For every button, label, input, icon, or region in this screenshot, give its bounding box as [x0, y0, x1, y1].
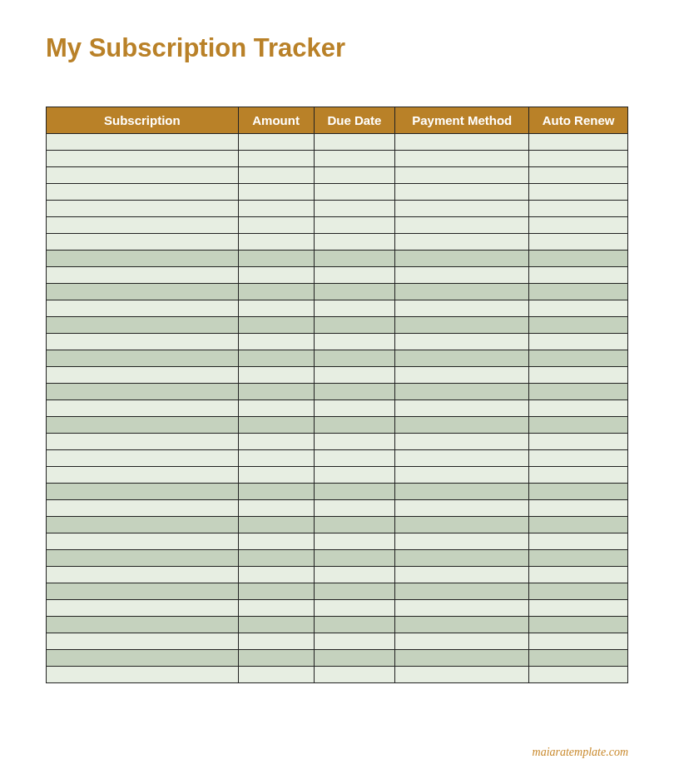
table-cell[interactable] — [529, 550, 628, 567]
table-cell[interactable] — [529, 284, 628, 300]
table-cell[interactable] — [314, 567, 395, 583]
table-cell[interactable] — [395, 434, 529, 450]
table-cell[interactable] — [529, 484, 628, 500]
table-cell[interactable] — [238, 567, 314, 583]
table-cell[interactable] — [529, 350, 628, 367]
table-cell[interactable] — [47, 317, 239, 334]
table-cell[interactable] — [238, 284, 314, 300]
table-cell[interactable] — [529, 251, 628, 267]
table-cell[interactable] — [238, 583, 314, 600]
table-cell[interactable] — [529, 667, 628, 683]
table-cell[interactable] — [47, 184, 239, 201]
table-cell[interactable] — [47, 450, 239, 467]
table-cell[interactable] — [314, 484, 395, 500]
table-cell[interactable] — [395, 417, 529, 434]
table-cell[interactable] — [238, 667, 314, 683]
table-cell[interactable] — [395, 300, 529, 317]
table-cell[interactable] — [314, 350, 395, 367]
table-cell[interactable] — [529, 417, 628, 434]
table-cell[interactable] — [238, 217, 314, 234]
table-cell[interactable] — [238, 517, 314, 533]
table-cell[interactable] — [238, 600, 314, 617]
table-cell[interactable] — [238, 500, 314, 517]
table-cell[interactable] — [314, 434, 395, 450]
table-cell[interactable] — [395, 384, 529, 400]
table-cell[interactable] — [47, 267, 239, 284]
table-cell[interactable] — [47, 617, 239, 633]
table-cell[interactable] — [238, 434, 314, 450]
table-cell[interactable] — [395, 267, 529, 284]
table-cell[interactable] — [395, 617, 529, 633]
table-cell[interactable] — [238, 467, 314, 484]
table-cell[interactable] — [529, 517, 628, 533]
table-cell[interactable] — [238, 251, 314, 267]
table-cell[interactable] — [47, 300, 239, 317]
table-cell[interactable] — [395, 550, 529, 567]
table-cell[interactable] — [47, 400, 239, 417]
table-cell[interactable] — [314, 650, 395, 667]
table-cell[interactable] — [238, 617, 314, 633]
table-cell[interactable] — [47, 667, 239, 683]
table-cell[interactable] — [314, 583, 395, 600]
table-cell[interactable] — [395, 500, 529, 517]
table-cell[interactable] — [314, 450, 395, 467]
table-cell[interactable] — [529, 500, 628, 517]
table-cell[interactable] — [395, 184, 529, 201]
table-cell[interactable] — [238, 234, 314, 251]
table-cell[interactable] — [314, 467, 395, 484]
table-cell[interactable] — [314, 667, 395, 683]
table-cell[interactable] — [238, 350, 314, 367]
table-cell[interactable] — [529, 583, 628, 600]
table-cell[interactable] — [47, 550, 239, 567]
table-cell[interactable] — [314, 251, 395, 267]
table-cell[interactable] — [314, 234, 395, 251]
table-cell[interactable] — [47, 367, 239, 384]
table-cell[interactable] — [529, 134, 628, 151]
table-cell[interactable] — [395, 467, 529, 484]
table-cell[interactable] — [395, 450, 529, 467]
table-cell[interactable] — [314, 184, 395, 201]
table-cell[interactable] — [47, 484, 239, 500]
table-cell[interactable] — [47, 134, 239, 151]
table-cell[interactable] — [395, 367, 529, 384]
table-cell[interactable] — [238, 550, 314, 567]
table-cell[interactable] — [529, 217, 628, 234]
table-cell[interactable] — [47, 533, 239, 550]
table-cell[interactable] — [395, 533, 529, 550]
table-cell[interactable] — [314, 300, 395, 317]
table-cell[interactable] — [395, 484, 529, 500]
table-cell[interactable] — [529, 234, 628, 251]
table-cell[interactable] — [47, 467, 239, 484]
table-cell[interactable] — [47, 284, 239, 300]
table-cell[interactable] — [238, 484, 314, 500]
table-cell[interactable] — [395, 317, 529, 334]
table-cell[interactable] — [314, 617, 395, 633]
table-cell[interactable] — [395, 234, 529, 251]
table-cell[interactable] — [47, 350, 239, 367]
table-cell[interactable] — [529, 367, 628, 384]
table-cell[interactable] — [47, 567, 239, 583]
table-cell[interactable] — [314, 267, 395, 284]
table-cell[interactable] — [529, 467, 628, 484]
table-cell[interactable] — [314, 633, 395, 650]
table-cell[interactable] — [529, 334, 628, 350]
table-cell[interactable] — [238, 533, 314, 550]
table-cell[interactable] — [238, 450, 314, 467]
table-cell[interactable] — [529, 450, 628, 467]
table-cell[interactable] — [238, 650, 314, 667]
table-cell[interactable] — [529, 184, 628, 201]
table-cell[interactable] — [395, 350, 529, 367]
table-cell[interactable] — [314, 500, 395, 517]
table-cell[interactable] — [314, 384, 395, 400]
table-cell[interactable] — [395, 167, 529, 184]
table-cell[interactable] — [529, 650, 628, 667]
table-cell[interactable] — [238, 400, 314, 417]
table-cell[interactable] — [314, 151, 395, 167]
table-cell[interactable] — [238, 384, 314, 400]
table-cell[interactable] — [238, 317, 314, 334]
table-cell[interactable] — [47, 217, 239, 234]
table-cell[interactable] — [47, 600, 239, 617]
table-cell[interactable] — [314, 217, 395, 234]
table-cell[interactable] — [47, 517, 239, 533]
table-cell[interactable] — [395, 400, 529, 417]
